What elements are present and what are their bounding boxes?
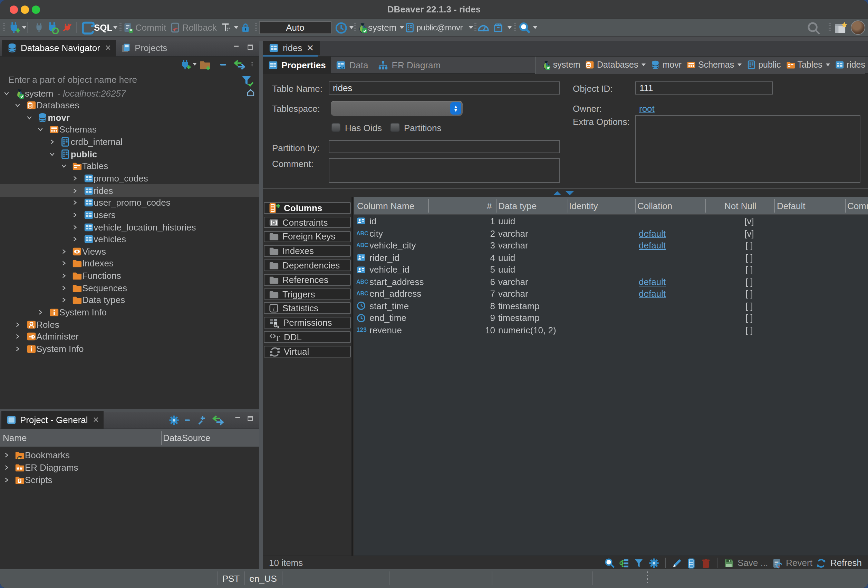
tree-item-vehicles[interactable]: vehicles [0, 233, 258, 245]
tree-item-sequences[interactable]: Sequences [0, 282, 258, 294]
breadcrumb-databases[interactable]: Databases [585, 60, 646, 70]
chevron-right-icon[interactable] [71, 212, 78, 218]
grid-col-header-data-type[interactable]: Data type [498, 197, 537, 215]
sidenav-foreign-keys[interactable]: Foreign Keys [264, 231, 351, 242]
grid-col-header--[interactable]: # [487, 197, 492, 215]
chevron-down-icon[interactable] [60, 163, 67, 169]
partition-by-input[interactable] [329, 140, 560, 153]
sidenav-permissions[interactable]: Permissions [264, 317, 351, 329]
disconnect-button[interactable] [62, 22, 72, 33]
chevron-right-icon[interactable] [49, 139, 56, 145]
chevron-right-icon[interactable] [14, 346, 21, 352]
commit-label[interactable]: Commit [135, 22, 167, 33]
sidenav-dependencies[interactable]: Dependencies [264, 259, 351, 271]
left-tab-database-navigator[interactable]: Database Navigator✕ [2, 40, 116, 56]
chevron-right-icon[interactable] [60, 297, 67, 303]
chevron-right-icon[interactable] [60, 285, 67, 291]
sidenav-triggers[interactable]: Triggers [264, 288, 351, 299]
quick-search-icon[interactable] [806, 21, 820, 35]
breadcrumb-public[interactable]: public [747, 60, 781, 70]
new-connection-button[interactable] [7, 21, 20, 34]
table-name-input[interactable]: rides [329, 81, 560, 94]
chevron-right-icon[interactable] [14, 334, 21, 340]
save-button[interactable] [723, 557, 734, 568]
active-schema-icon[interactable] [404, 22, 415, 33]
grid-delete-button[interactable] [700, 557, 711, 568]
tree-item-roles[interactable]: Roles [0, 318, 258, 330]
grid-col-header-column-name[interactable]: Column Name [357, 197, 414, 215]
sash-expand-icon[interactable] [553, 191, 561, 195]
form-grid-sash[interactable] [263, 189, 868, 197]
grid-row-start_address[interactable]: ABCstart_address6varchardefault[ ] [354, 276, 868, 288]
left-tab-projects[interactable]: Projects [116, 40, 172, 56]
tree-item-views[interactable]: Views [0, 245, 258, 258]
active-schema-label[interactable]: public@movr [416, 23, 463, 32]
nav-collapse-all-button[interactable] [218, 59, 229, 69]
tree-item-functions[interactable]: Functions [0, 270, 258, 282]
breadcrumb-arrow-icon[interactable] [642, 64, 646, 66]
grid-row-city[interactable]: ABCcity2varchardefault[v] [354, 227, 868, 239]
grid-settings-button[interactable] [648, 557, 660, 569]
rides-tab-close-icon[interactable]: ✕ [306, 43, 314, 53]
tree-item-system[interactable]: system- localhost:26257 [0, 87, 258, 99]
grid-row-id[interactable]: id1uuid[v] [354, 215, 868, 227]
tree-item-administer[interactable]: Administer [0, 330, 258, 343]
chevron-right-icon[interactable] [71, 200, 78, 206]
active-connection-icon[interactable] [357, 22, 368, 33]
chevron-right-icon[interactable] [60, 273, 67, 279]
reconnect-button[interactable] [46, 21, 59, 34]
tree-item-schemas[interactable]: Schemas [0, 124, 258, 136]
tree-item-databases[interactable]: Databases [0, 99, 258, 112]
grid-row-end_address[interactable]: ABCend_address7varchardefault[ ] [354, 288, 868, 300]
grid-row-revenue[interactable]: 123revenue10numeric(10, 2)[ ] [354, 324, 868, 336]
tree-item-users[interactable]: users [0, 209, 258, 221]
sql-editor-label[interactable]: SQL [94, 22, 112, 33]
grid-row-end_time[interactable]: end_time9timestamp[ ] [354, 312, 868, 324]
grid-col-header-default[interactable]: Default [777, 197, 805, 215]
chevron-right-icon[interactable] [14, 321, 21, 327]
user-avatar[interactable] [851, 21, 865, 35]
transaction-log-button[interactable] [220, 22, 231, 33]
grid-structure-button[interactable] [619, 557, 630, 568]
nav-new-connection-button[interactable] [179, 58, 190, 70]
chevron-right-icon[interactable] [37, 309, 44, 315]
statusbar-drag-handle[interactable] [647, 572, 648, 585]
tree-item-rides[interactable]: rides [0, 184, 258, 197]
breadcrumb-arrow-icon[interactable] [738, 64, 742, 66]
sidenav-statistics[interactable]: iStatistics [264, 303, 351, 314]
tree-item-scripts[interactable]: Scripts [0, 474, 258, 486]
autocommit-lock-icon[interactable] [240, 22, 251, 33]
project-tab-close-icon[interactable]: ✕ [93, 416, 99, 424]
partitions-checkbox[interactable] [390, 122, 400, 132]
grid-col-header-collation[interactable]: Collation [637, 197, 672, 215]
chevron-down-icon[interactable] [14, 102, 21, 108]
grid-columns-button[interactable] [686, 557, 697, 568]
grid-row-vehicle_city[interactable]: ABCvehicle_city3varchardefault[ ] [354, 239, 868, 252]
tree-item-system-info[interactable]: System Info [0, 343, 258, 355]
sql-editor-button[interactable] [80, 21, 94, 35]
search-metadata-button[interactable] [518, 21, 531, 34]
project-tab[interactable]: Project - General✕ [1, 411, 104, 429]
owner-link[interactable]: root [639, 103, 655, 113]
dashboard-button[interactable] [477, 22, 489, 34]
tree-item-user-promo-codes[interactable]: user_promo_codes [0, 197, 258, 209]
commit-mode-combo[interactable]: Auto [259, 21, 331, 34]
chevron-right-icon[interactable] [71, 236, 78, 242]
tree-item-tables[interactable]: Tables [0, 160, 258, 172]
sidenav-virtual[interactable]: Virtual [264, 346, 351, 357]
grid-col-header-not-null[interactable]: Not Null [724, 197, 756, 215]
vertical-sash[interactable] [258, 40, 263, 569]
tree-item-data-types[interactable]: Data types [0, 294, 258, 306]
grid-col-header-comment[interactable]: Comment [847, 197, 868, 215]
tree-item-crdb-internal[interactable]: crdb_internal [0, 136, 258, 148]
save-label[interactable]: Save ... [738, 558, 768, 568]
project-maximize-icon[interactable] [247, 416, 255, 424]
refresh-label[interactable]: Refresh [830, 558, 862, 568]
revert-label[interactable]: Revert [786, 558, 812, 568]
breadcrumb-schemas[interactable]: Schemas [686, 60, 742, 70]
nav-new-folder-button[interactable] [199, 58, 210, 70]
project-expand-icon[interactable] [196, 414, 208, 426]
chevron-right-icon[interactable] [71, 175, 78, 181]
rollback-button[interactable] [169, 22, 181, 34]
chevron-down-icon[interactable] [49, 151, 56, 157]
